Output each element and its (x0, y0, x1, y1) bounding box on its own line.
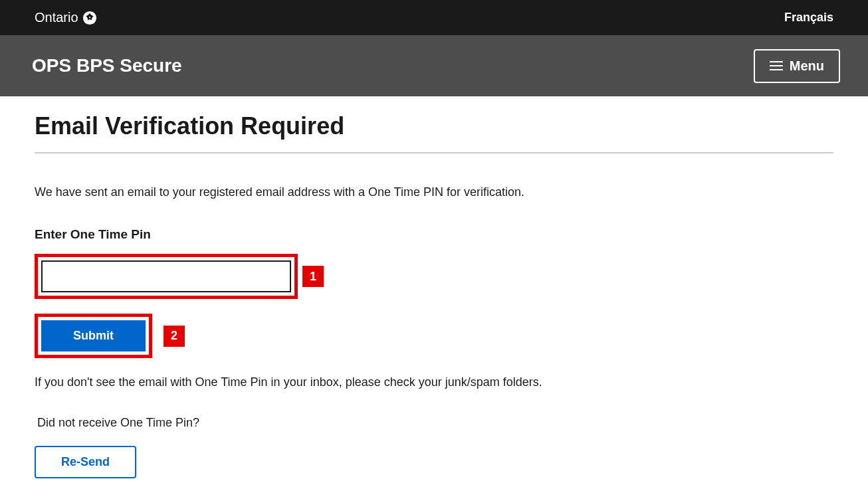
highlight-submit: Submit 2 (35, 314, 152, 358)
resend-button[interactable]: Re-Send (35, 446, 136, 478)
app-title: OPS BPS Secure (32, 55, 182, 76)
brand-text: Ontario (35, 10, 78, 25)
submit-button[interactable]: Submit (41, 320, 146, 351)
spam-hint: If you don't see the email with One Time… (35, 375, 833, 389)
main-content: Email Verification Required We have sent… (0, 96, 868, 491)
ontario-logo[interactable]: Ontario (35, 10, 97, 25)
pin-label: Enter One Time Pin (35, 227, 833, 242)
language-toggle[interactable]: Français (784, 11, 833, 25)
trillium-icon (82, 11, 97, 25)
intro-text: We have sent an email to your registered… (35, 185, 833, 199)
hamburger-icon (770, 61, 783, 70)
callout-1: 1 (302, 266, 324, 287)
resend-prompt: Did not receive One Time Pin? (35, 416, 833, 430)
svg-point-1 (88, 16, 90, 17)
pin-input[interactable] (41, 260, 291, 292)
divider (35, 152, 833, 153)
callout-2: 2 (163, 326, 185, 347)
sub-header: OPS BPS Secure Menu (0, 35, 868, 96)
menu-label: Menu (790, 58, 824, 74)
highlight-pin: 1 (35, 254, 298, 299)
menu-button[interactable]: Menu (754, 49, 840, 83)
page-title: Email Verification Required (35, 112, 833, 140)
top-bar: Ontario Français (0, 0, 868, 35)
